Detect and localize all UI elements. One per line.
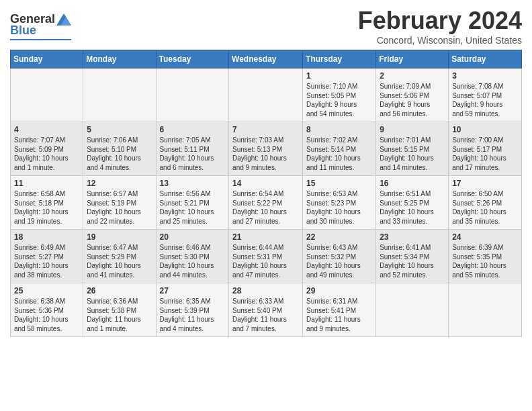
day-number: 19 bbox=[87, 232, 152, 242]
day-info: Sunrise: 6:43 AM Sunset: 5:32 PM Dayligh… bbox=[306, 243, 372, 279]
day-number: 29 bbox=[306, 286, 372, 295]
day-info: Sunrise: 7:10 AM Sunset: 5:05 PM Dayligh… bbox=[306, 82, 372, 118]
day-number: 22 bbox=[306, 232, 372, 242]
day-number: 6 bbox=[160, 125, 226, 134]
day-number: 12 bbox=[87, 179, 152, 188]
day-info: Sunrise: 6:39 AM Sunset: 5:35 PM Dayligh… bbox=[452, 243, 518, 279]
header: General Blue February 2024 Concord, Wisc… bbox=[10, 7, 522, 46]
day-cell: 15Sunrise: 6:53 AM Sunset: 5:23 PM Dayli… bbox=[303, 176, 376, 230]
day-cell: 27Sunrise: 6:35 AM Sunset: 5:39 PM Dayli… bbox=[156, 283, 229, 337]
title-area: February 2024 Concord, Wisconsin, United… bbox=[358, 7, 522, 46]
day-header-monday: Monday bbox=[83, 50, 156, 68]
day-info: Sunrise: 6:41 AM Sunset: 5:34 PM Dayligh… bbox=[380, 243, 445, 279]
day-number: 5 bbox=[87, 125, 152, 134]
day-cell: 10Sunrise: 7:00 AM Sunset: 5:17 PM Dayli… bbox=[449, 122, 522, 176]
day-info: Sunrise: 7:02 AM Sunset: 5:14 PM Dayligh… bbox=[306, 136, 372, 172]
day-info: Sunrise: 7:00 AM Sunset: 5:17 PM Dayligh… bbox=[452, 136, 518, 172]
day-info: Sunrise: 6:47 AM Sunset: 5:29 PM Dayligh… bbox=[87, 243, 152, 279]
day-number: 24 bbox=[452, 232, 518, 242]
day-cell bbox=[11, 68, 83, 122]
day-number: 18 bbox=[14, 232, 79, 242]
day-info: Sunrise: 6:31 AM Sunset: 5:41 PM Dayligh… bbox=[306, 297, 372, 333]
day-number: 10 bbox=[452, 125, 518, 134]
day-header-wednesday: Wednesday bbox=[229, 50, 303, 68]
day-number: 2 bbox=[380, 71, 445, 81]
day-cell bbox=[449, 283, 522, 337]
day-number: 27 bbox=[160, 286, 226, 295]
day-number: 26 bbox=[87, 286, 152, 295]
day-info: Sunrise: 7:06 AM Sunset: 5:10 PM Dayligh… bbox=[87, 136, 152, 172]
calendar-table: SundayMondayTuesdayWednesdayThursdayFrid… bbox=[10, 50, 522, 337]
day-cell: 9Sunrise: 7:01 AM Sunset: 5:15 PM Daylig… bbox=[376, 122, 449, 176]
day-number: 15 bbox=[306, 179, 372, 188]
day-cell: 11Sunrise: 6:58 AM Sunset: 5:18 PM Dayli… bbox=[11, 176, 83, 230]
calendar-body: 1Sunrise: 7:10 AM Sunset: 5:05 PM Daylig… bbox=[11, 68, 522, 337]
day-cell: 28Sunrise: 6:33 AM Sunset: 5:40 PM Dayli… bbox=[229, 283, 303, 337]
day-info: Sunrise: 6:35 AM Sunset: 5:39 PM Dayligh… bbox=[160, 297, 226, 333]
day-number: 20 bbox=[160, 232, 226, 242]
day-info: Sunrise: 6:49 AM Sunset: 5:27 PM Dayligh… bbox=[14, 243, 79, 279]
day-info: Sunrise: 6:56 AM Sunset: 5:21 PM Dayligh… bbox=[160, 189, 226, 226]
header-row: SundayMondayTuesdayWednesdayThursdayFrid… bbox=[11, 50, 522, 68]
week-row-5: 25Sunrise: 6:38 AM Sunset: 5:36 PM Dayli… bbox=[11, 283, 522, 337]
day-cell: 8Sunrise: 7:02 AM Sunset: 5:14 PM Daylig… bbox=[303, 122, 376, 176]
day-info: Sunrise: 6:54 AM Sunset: 5:22 PM Dayligh… bbox=[232, 189, 299, 226]
day-cell: 7Sunrise: 7:03 AM Sunset: 5:13 PM Daylig… bbox=[229, 122, 303, 176]
day-info: Sunrise: 7:09 AM Sunset: 5:06 PM Dayligh… bbox=[380, 82, 445, 118]
week-row-2: 4Sunrise: 7:07 AM Sunset: 5:09 PM Daylig… bbox=[11, 122, 522, 176]
day-cell: 21Sunrise: 6:44 AM Sunset: 5:31 PM Dayli… bbox=[229, 230, 303, 283]
day-info: Sunrise: 6:36 AM Sunset: 5:38 PM Dayligh… bbox=[87, 297, 152, 333]
day-info: Sunrise: 7:07 AM Sunset: 5:09 PM Dayligh… bbox=[14, 136, 79, 172]
day-cell: 26Sunrise: 6:36 AM Sunset: 5:38 PM Dayli… bbox=[83, 283, 156, 337]
day-cell: 6Sunrise: 7:05 AM Sunset: 5:11 PM Daylig… bbox=[156, 122, 229, 176]
day-cell: 1Sunrise: 7:10 AM Sunset: 5:05 PM Daylig… bbox=[303, 68, 376, 122]
day-header-friday: Friday bbox=[376, 50, 449, 68]
day-cell: 22Sunrise: 6:43 AM Sunset: 5:32 PM Dayli… bbox=[303, 230, 376, 283]
day-cell: 12Sunrise: 6:57 AM Sunset: 5:19 PM Dayli… bbox=[83, 176, 156, 230]
day-cell bbox=[83, 68, 156, 122]
week-row-3: 11Sunrise: 6:58 AM Sunset: 5:18 PM Dayli… bbox=[11, 176, 522, 230]
day-number: 16 bbox=[380, 179, 445, 188]
day-cell: 13Sunrise: 6:56 AM Sunset: 5:21 PM Dayli… bbox=[156, 176, 229, 230]
day-number: 1 bbox=[306, 71, 372, 81]
day-cell: 23Sunrise: 6:41 AM Sunset: 5:34 PM Dayli… bbox=[376, 230, 449, 283]
week-row-1: 1Sunrise: 7:10 AM Sunset: 5:05 PM Daylig… bbox=[11, 68, 522, 122]
day-cell: 25Sunrise: 6:38 AM Sunset: 5:36 PM Dayli… bbox=[11, 283, 83, 337]
day-cell: 3Sunrise: 7:08 AM Sunset: 5:07 PM Daylig… bbox=[449, 68, 522, 122]
day-cell: 19Sunrise: 6:47 AM Sunset: 5:29 PM Dayli… bbox=[83, 230, 156, 283]
day-header-saturday: Saturday bbox=[449, 50, 522, 68]
day-number: 8 bbox=[306, 125, 372, 134]
day-cell: 29Sunrise: 6:31 AM Sunset: 5:41 PM Dayli… bbox=[303, 283, 376, 337]
day-number: 17 bbox=[452, 179, 518, 188]
subtitle: Concord, Wisconsin, United States bbox=[358, 35, 522, 46]
day-info: Sunrise: 6:38 AM Sunset: 5:36 PM Dayligh… bbox=[14, 297, 79, 333]
logo: General Blue bbox=[10, 12, 71, 40]
day-header-thursday: Thursday bbox=[303, 50, 376, 68]
day-info: Sunrise: 6:46 AM Sunset: 5:30 PM Dayligh… bbox=[160, 243, 226, 279]
day-cell bbox=[376, 283, 449, 337]
logo-icon bbox=[56, 13, 71, 26]
day-number: 28 bbox=[232, 286, 299, 295]
day-number: 25 bbox=[14, 286, 79, 295]
logo-underline bbox=[10, 39, 71, 40]
day-info: Sunrise: 7:05 AM Sunset: 5:11 PM Dayligh… bbox=[160, 136, 226, 172]
day-number: 14 bbox=[232, 179, 299, 188]
day-cell: 2Sunrise: 7:09 AM Sunset: 5:06 PM Daylig… bbox=[376, 68, 449, 122]
day-cell bbox=[229, 68, 303, 122]
day-cell: 5Sunrise: 7:06 AM Sunset: 5:10 PM Daylig… bbox=[83, 122, 156, 176]
day-number: 23 bbox=[380, 232, 445, 242]
main-title: February 2024 bbox=[358, 7, 522, 35]
day-info: Sunrise: 6:33 AM Sunset: 5:40 PM Dayligh… bbox=[232, 297, 299, 333]
day-number: 4 bbox=[14, 125, 79, 134]
day-header-sunday: Sunday bbox=[11, 50, 83, 68]
day-cell: 14Sunrise: 6:54 AM Sunset: 5:22 PM Dayli… bbox=[229, 176, 303, 230]
day-info: Sunrise: 6:53 AM Sunset: 5:23 PM Dayligh… bbox=[306, 189, 372, 226]
day-info: Sunrise: 7:01 AM Sunset: 5:15 PM Dayligh… bbox=[380, 136, 445, 172]
day-cell: 16Sunrise: 6:51 AM Sunset: 5:25 PM Dayli… bbox=[376, 176, 449, 230]
day-cell: 4Sunrise: 7:07 AM Sunset: 5:09 PM Daylig… bbox=[11, 122, 83, 176]
day-number: 7 bbox=[232, 125, 299, 134]
week-row-4: 18Sunrise: 6:49 AM Sunset: 5:27 PM Dayli… bbox=[11, 230, 522, 283]
day-number: 11 bbox=[14, 179, 79, 188]
day-number: 21 bbox=[232, 232, 299, 242]
day-cell: 18Sunrise: 6:49 AM Sunset: 5:27 PM Dayli… bbox=[11, 230, 83, 283]
